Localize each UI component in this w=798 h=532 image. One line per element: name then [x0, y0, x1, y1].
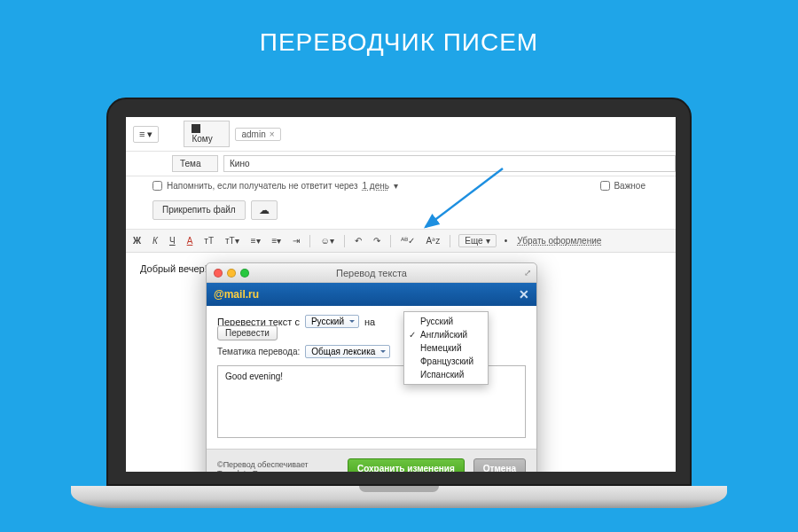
lang-option-english[interactable]: Английский [404, 328, 488, 341]
lang-option-german[interactable]: Немецкий [404, 341, 488, 355]
to-label: Кому [184, 121, 230, 147]
attach-file-button[interactable]: Прикрепить файл [153, 200, 246, 220]
underline-button[interactable]: Ч [168, 236, 177, 246]
remove-formatting-button[interactable]: Убрать оформление [515, 236, 603, 246]
font-size-button[interactable]: тТ [202, 236, 215, 246]
editor-toolbar: Ж К Ч A тТ тТ▾ ≡▾ ≡▾ ⇥ ☺▾ ↶ ↷ ᴬᴮ✓ Аᵃz Ещ… [126, 230, 676, 253]
chevron-down-icon[interactable]: ▾ [394, 181, 398, 191]
align-button[interactable]: ≡▾ [249, 236, 262, 246]
list-button[interactable]: ≡▾ [270, 236, 284, 246]
separator [344, 235, 345, 247]
font-case-button[interactable]: тТ▾ [223, 236, 241, 246]
compose-menu-button[interactable]: ≡ ▾ [133, 126, 159, 143]
dialog-title: Перевод текста [207, 268, 536, 278]
to-language-menu: Русский Английский Немецкий Французский … [403, 311, 489, 385]
important-checkbox[interactable] [600, 181, 610, 191]
subject-label: Тема [172, 155, 218, 172]
translate-button[interactable]: Аᵃz [425, 236, 442, 246]
emoji-button[interactable]: ☺▾ [318, 236, 335, 246]
reminder-value[interactable]: 1 день [363, 181, 389, 191]
more-button[interactable]: Еще▾ [458, 234, 496, 247]
undo-button[interactable]: ↶ [353, 236, 364, 246]
bold-button[interactable]: Ж [131, 236, 143, 246]
topic-label: Тематика перевода: [217, 347, 300, 356]
translate-credit: ©Перевод обеспечивает Translate.Ru [217, 460, 339, 473]
person-icon [192, 124, 200, 133]
dialog-expand-icon[interactable]: ⤢ [524, 268, 531, 278]
lang-option-french[interactable]: Французский [404, 355, 488, 368]
redo-button[interactable]: ↷ [372, 236, 382, 246]
reminder-checkbox[interactable] [153, 181, 162, 191]
lang-option-russian[interactable]: Русский [404, 315, 488, 328]
text-color-button[interactable]: A [185, 236, 195, 246]
attach-cloud-button[interactable]: ☁ [251, 200, 278, 220]
indent-button[interactable]: ⇥ [291, 236, 301, 246]
subject-input[interactable] [223, 155, 676, 172]
spellcheck-button[interactable]: ᴬᴮ✓ [399, 236, 417, 246]
mailru-logo: @mail.ru [214, 288, 259, 301]
hero-title: ПЕРЕВОДЧИК ПИСЕМ [0, 0, 798, 57]
laptop-base [71, 486, 727, 508]
italic-button[interactable]: К [151, 236, 160, 246]
dialog-brand-bar: @mail.ru ✕ [207, 283, 536, 306]
laptop-mock: ≡ ▾ Кому admin × Тема Напомнить, если по… [106, 98, 692, 508]
topic-select[interactable]: Общая лексика [305, 345, 390, 358]
chevron-down-icon: ▾ [486, 236, 490, 246]
bullet-icon: • [505, 236, 508, 246]
important-label: Важное [614, 181, 645, 191]
separator [390, 235, 391, 247]
dialog-titlebar[interactable]: Перевод текста ⤢ [207, 263, 536, 283]
from-language-select[interactable]: Русский [305, 315, 359, 328]
translate-action-button[interactable]: Перевести [217, 325, 278, 340]
translate-to-label: на [364, 317, 375, 327]
remove-recipient-icon[interactable]: × [270, 129, 275, 139]
app-screen: ≡ ▾ Кому admin × Тема Напомнить, если по… [126, 117, 676, 472]
reminder-text: Напомнить, если получатель не ответит че… [167, 181, 358, 191]
separator [450, 235, 450, 247]
lang-option-spanish[interactable]: Испанский [404, 368, 488, 381]
dialog-close-icon[interactable]: ✕ [519, 287, 529, 301]
recipient-chip[interactable]: admin × [235, 128, 280, 141]
save-changes-button[interactable]: Сохранить изменения [348, 458, 465, 472]
separator [309, 235, 310, 247]
recipient-name: admin [241, 129, 265, 139]
translate-dialog: Перевод текста ⤢ @mail.ru ✕ Перевести те… [206, 262, 537, 472]
cancel-button[interactable]: Отмена [473, 458, 526, 472]
